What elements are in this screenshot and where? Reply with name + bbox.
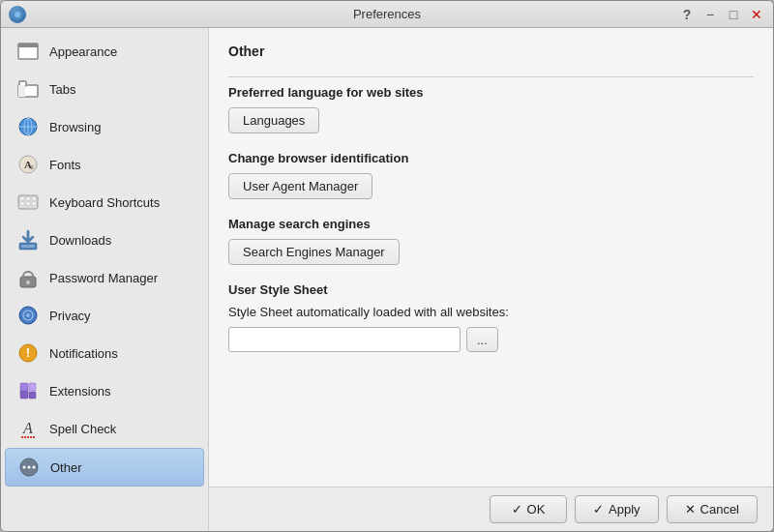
password-icon (16, 266, 40, 289)
apply-button[interactable]: ✓ Apply (575, 495, 659, 523)
extensions-icon (16, 379, 40, 402)
svg-rect-22 (21, 245, 35, 248)
spellcheck-icon: A (16, 417, 40, 440)
appearance-icon (16, 40, 40, 63)
svg-text:a: a (30, 163, 34, 171)
titlebar: Preferences ? − □ ✕ (1, 1, 773, 28)
svg-point-1 (15, 12, 20, 17)
maximize-button[interactable]: □ (725, 6, 742, 23)
sidebar-item-spell-check[interactable]: A Spell Check (5, 410, 204, 447)
sidebar-item-appearance[interactable]: Appearance (5, 33, 204, 70)
svg-point-41 (23, 466, 26, 469)
main-content: Other Preferred language for web sites L… (209, 28, 773, 487)
svg-rect-15 (20, 197, 24, 200)
top-divider (228, 76, 754, 77)
cancel-label: Cancel (700, 502, 739, 517)
user-agent-manager-button[interactable]: User Agent Manager (228, 173, 372, 199)
svg-rect-3 (18, 44, 38, 47)
main-panel: Other Preferred language for web sites L… (209, 28, 773, 531)
section-title: Other (228, 44, 754, 63)
svg-rect-36 (29, 383, 36, 391)
sidebar-item-other[interactable]: Other (5, 448, 204, 487)
browser-identification-group: Change browser identification User Agent… (228, 151, 754, 199)
preferred-language-group: Preferred language for web sites Languag… (228, 85, 754, 133)
titlebar-left (9, 6, 26, 23)
sidebar-item-notifications-label: Notifications (49, 346, 118, 361)
user-stylesheet-group: User Style Sheet Style Sheet automatical… (228, 282, 754, 352)
other-icon (17, 456, 41, 479)
browse-button[interactable]: ... (466, 327, 498, 352)
bottom-bar: ✓ OK ✓ Apply ✕ Cancel (209, 487, 773, 531)
sidebar-item-extensions-label: Extensions (49, 384, 111, 399)
sidebar-item-tabs[interactable]: Tabs (5, 71, 204, 107)
sidebar-item-privacy-label: Privacy (49, 309, 91, 323)
languages-button[interactable]: Languages (228, 107, 319, 133)
svg-rect-17 (32, 197, 36, 200)
cancel-x: ✕ (685, 502, 696, 517)
sidebar-item-downloads-label: Downloads (49, 233, 111, 248)
privacy-icon (16, 304, 40, 327)
browsing-icon (16, 115, 40, 138)
preferences-window: Preferences ? − □ ✕ Appearance (0, 0, 774, 532)
stylesheet-input[interactable] (228, 327, 461, 352)
sidebar-item-keyboard-shortcuts[interactable]: Keyboard Shortcuts (5, 184, 204, 221)
sidebar-item-browsing[interactable]: Browsing (5, 108, 204, 145)
svg-point-43 (33, 466, 36, 469)
close-button[interactable]: ✕ (748, 6, 765, 23)
sidebar-item-browsing-label: Browsing (49, 120, 101, 134)
svg-rect-37 (29, 392, 36, 399)
svg-rect-35 (20, 383, 28, 391)
notifications-icon: ! (16, 341, 40, 365)
stylesheet-row: ... (228, 327, 754, 352)
fonts-icon: A a (16, 153, 40, 176)
svg-text:!: ! (26, 345, 30, 360)
sidebar-item-other-label: Other (50, 460, 82, 475)
sidebar-item-keyboard-shortcuts-label: Keyboard Shortcuts (49, 195, 160, 210)
window-title: Preferences (0, 7, 774, 21)
search-engines-manager-button[interactable]: Search Engines Manager (228, 239, 400, 265)
search-engines-label: Manage search engines (228, 217, 754, 231)
search-engines-group: Manage search engines Search Engines Man… (228, 217, 754, 265)
sidebar-item-password-manager[interactable]: Password Manager (5, 259, 204, 296)
user-stylesheet-sublabel: Style Sheet automatically loaded with al… (228, 305, 754, 319)
user-stylesheet-label: User Style Sheet (228, 282, 754, 297)
ok-label: OK (527, 502, 546, 517)
sidebar-item-fonts[interactable]: A a Fonts (5, 146, 204, 183)
svg-point-42 (28, 466, 31, 469)
cancel-button[interactable]: ✕ Cancel (667, 495, 758, 523)
svg-rect-6 (18, 85, 25, 97)
svg-rect-20 (32, 202, 36, 205)
svg-rect-16 (26, 197, 30, 200)
svg-text:A: A (22, 420, 33, 436)
sidebar-item-password-manager-label: Password Manager (49, 271, 158, 285)
ok-checkmark: ✓ (512, 502, 522, 517)
sidebar-item-tabs-label: Tabs (49, 82, 75, 97)
sidebar-item-notifications[interactable]: ! Notifications (5, 335, 204, 371)
minimize-button[interactable]: − (701, 6, 719, 23)
svg-marker-25 (23, 238, 33, 243)
browser-identification-label: Change browser identification (228, 151, 754, 165)
main-content-area: Appearance Tabs (1, 28, 773, 531)
svg-rect-18 (20, 202, 24, 205)
sidebar-item-extensions[interactable]: Extensions (5, 372, 204, 409)
ok-button[interactable]: ✓ OK (490, 495, 567, 523)
keyboard-icon (16, 191, 40, 214)
svg-point-28 (26, 281, 30, 284)
tabs-icon (16, 77, 40, 101)
sidebar: Appearance Tabs (1, 28, 209, 531)
apply-label: Apply (609, 502, 640, 517)
sidebar-item-privacy[interactable]: Privacy (5, 297, 204, 334)
sidebar-item-appearance-label: Appearance (49, 44, 117, 59)
svg-point-31 (26, 313, 30, 317)
help-button[interactable]: ? (678, 6, 696, 23)
preferred-language-label: Preferred language for web sites (228, 85, 754, 100)
downloads-icon (16, 228, 40, 251)
app-icon (9, 6, 26, 23)
sidebar-item-downloads[interactable]: Downloads (5, 222, 204, 258)
sidebar-item-spell-check-label: Spell Check (49, 422, 116, 436)
sidebar-item-fonts-label: Fonts (49, 158, 81, 172)
svg-rect-19 (26, 202, 30, 205)
apply-checkmark: ✓ (593, 502, 604, 517)
titlebar-controls: ? − □ ✕ (678, 6, 765, 23)
svg-rect-34 (20, 390, 28, 399)
